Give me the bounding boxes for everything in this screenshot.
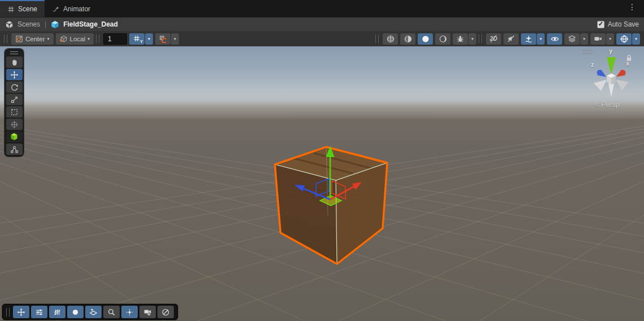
chevron-down-icon: ▾ <box>471 37 474 41</box>
increment-snap-split-button: ▾ <box>155 33 179 45</box>
breadcrumb-separator: | <box>45 20 46 28</box>
gizmos-button[interactable] <box>616 33 632 45</box>
draw-mode-misc-button[interactable] <box>435 33 450 45</box>
scene-visibility-button[interactable] <box>547 33 562 45</box>
auto-save-checkbox[interactable] <box>597 21 604 28</box>
transform-tool[interactable] <box>6 119 23 130</box>
tab-scene[interactable]: Scene <box>0 0 45 17</box>
draw-mode-wireframe-button[interactable] <box>383 33 398 45</box>
scale-icon <box>10 96 19 104</box>
camera-settings-button[interactable] <box>590 33 606 45</box>
orientation-gizmo[interactable]: y x z <box>586 50 642 106</box>
grid-snap-button[interactable]: Y <box>129 33 144 45</box>
snap-magnet-icon <box>159 34 167 43</box>
scene-name: FieldStage_Dead <box>63 20 118 28</box>
draw-mode-shaded-wireframe-button[interactable] <box>400 33 415 45</box>
rect-tool[interactable] <box>6 106 23 118</box>
draw-mode-shaded-button[interactable] <box>418 33 433 45</box>
move-icon <box>17 308 25 316</box>
rotate-tool[interactable] <box>6 81 23 93</box>
bottom-pivot-move-tool[interactable] <box>121 306 138 318</box>
bottom-tools-overlay <box>2 304 178 320</box>
axis-label-y: y <box>609 47 612 54</box>
bottom-overlay-drag-handle[interactable] <box>6 308 10 316</box>
gizmo-x-axis-handle[interactable] <box>616 70 626 77</box>
joint-graph-icon <box>10 145 19 154</box>
auto-save-label: Auto Save <box>608 20 639 28</box>
debug-draw-dropdown[interactable]: ▾ <box>468 33 476 45</box>
breadcrumb: Scenes | FieldStage_Dead Auto Save <box>0 17 644 31</box>
kebab-menu-icon[interactable]: ⋮ <box>626 2 638 12</box>
debug-draw-button[interactable] <box>453 33 468 45</box>
bottom-sphere-tool[interactable] <box>67 306 84 318</box>
selected-cube-object[interactable] <box>0 46 644 321</box>
toolbar-group-separator <box>96 34 99 43</box>
scenes-icon <box>5 20 14 29</box>
tab-animator[interactable]: Animator <box>45 0 98 17</box>
bottom-surface-snap-tool[interactable] <box>85 306 102 318</box>
breadcrumb-root[interactable]: Scenes <box>17 20 40 28</box>
scale-tool[interactable] <box>6 94 23 105</box>
pivot-mode-label: Center <box>25 36 45 42</box>
toggle-2d-button[interactable]: 2D <box>486 33 501 45</box>
wireframe-sphere-icon <box>386 34 395 44</box>
camera-icon <box>594 34 602 43</box>
tools-overlay <box>5 49 24 157</box>
pivot-icon <box>15 35 23 43</box>
camera-dropdown[interactable]: ▾ <box>606 33 614 45</box>
projection-label: Persp <box>601 101 620 109</box>
custom-cube-tool[interactable] <box>6 131 23 142</box>
prefab-cube-icon <box>51 20 59 29</box>
chevron-down-icon: ▾ <box>148 37 150 41</box>
shaded-wireframe-sphere-icon <box>404 34 413 44</box>
tools-overlay-drag-handle[interactable] <box>10 51 18 54</box>
gizmos-split-button: ▾ <box>616 33 640 45</box>
bottom-search-tool[interactable] <box>103 306 120 318</box>
pivot-move-icon <box>125 308 134 316</box>
grid-size-input[interactable] <box>103 33 127 45</box>
orientation-gizmo-graphic <box>586 50 637 101</box>
filled-circle-icon <box>71 308 80 316</box>
view-pan-tool[interactable] <box>6 57 23 68</box>
bottom-grid-hatch-tool[interactable] <box>49 306 65 318</box>
grid-axis-label: Y <box>140 39 143 44</box>
chevron-down-icon: ▾ <box>174 37 176 41</box>
projection-toggle[interactable]: < Persp <box>595 101 620 109</box>
bottom-compass-tool[interactable] <box>157 306 174 318</box>
toolbar-drag-handle[interactable] <box>4 34 7 43</box>
scene-viewport[interactable]: y x z < Persp <box>0 46 644 321</box>
gizmos-dropdown[interactable]: ▾ <box>632 33 640 45</box>
chevron-down-icon: ▾ <box>635 37 637 41</box>
increment-snap-dropdown[interactable]: ▾ <box>171 33 179 45</box>
gizmo-y-axis-handle[interactable] <box>607 57 616 75</box>
bottom-camera-preview-tool[interactable] <box>139 306 156 318</box>
pivot-mode-button[interactable]: Center ▾ <box>11 33 54 45</box>
layers-button[interactable] <box>564 33 580 45</box>
effects-dropdown[interactable]: ▾ <box>537 33 545 45</box>
tab-label: Animator <box>63 5 90 13</box>
move-tool[interactable] <box>6 69 23 80</box>
toggle-audio-button[interactable] <box>503 33 519 45</box>
increment-snap-button[interactable] <box>155 33 170 45</box>
eye-icon <box>550 34 559 44</box>
auto-save-toggle[interactable]: Auto Save <box>597 20 639 28</box>
bottom-tune-tool[interactable] <box>31 306 47 318</box>
gizmo-sphere-icon <box>620 34 629 44</box>
joint-tool[interactable] <box>6 144 23 155</box>
animator-icon <box>52 6 60 13</box>
gizmo-z-axis-handle[interactable] <box>597 70 607 77</box>
layers-dropdown[interactable]: ▾ <box>580 33 588 45</box>
orientation-button[interactable]: Local ▾ <box>56 33 94 45</box>
toggle-effects-button[interactable] <box>521 33 536 45</box>
grid-snap-dropdown[interactable]: ▾ <box>145 33 153 45</box>
layers-icon <box>568 34 576 43</box>
axis-label-z: z <box>591 61 594 68</box>
chevron-down-icon: ▾ <box>583 37 585 41</box>
camera-preview-icon <box>143 308 152 316</box>
chevron-down-icon: ▾ <box>87 37 90 41</box>
chevron-down-icon: ▾ <box>47 37 50 41</box>
scene-grid-icon <box>7 6 15 13</box>
chevron-left-icon: < <box>594 101 599 109</box>
orientation-label: Local <box>70 36 86 42</box>
bottom-move-tool[interactable] <box>13 306 29 318</box>
